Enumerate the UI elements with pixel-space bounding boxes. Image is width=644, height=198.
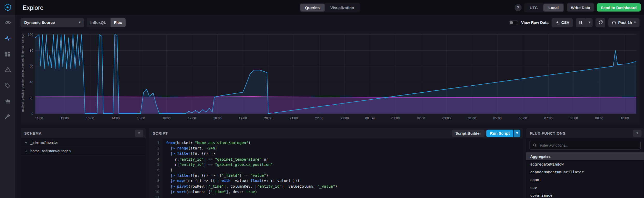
chevron-down-icon: ▾: [634, 21, 636, 24]
nav-item-log-viewer[interactable]: [0, 77, 15, 93]
chevron-down-icon: ▾: [636, 131, 638, 135]
code-line: ): [166, 168, 523, 173]
dashboards-grid-icon: [4, 51, 11, 57]
timezone-local-button[interactable]: Local: [543, 3, 563, 11]
chart-panel: 11:0012:0013:0014:0015:0016:0017:0018:00…: [20, 31, 639, 125]
schema-panel-header: SCHEMA ▾: [20, 128, 146, 138]
script-builder-button[interactable]: Script Builder: [452, 129, 485, 137]
line-number: 6: [149, 168, 159, 173]
influxql-button[interactable]: InfluxQL: [87, 18, 110, 27]
svg-text:10:00: 10:00: [621, 117, 629, 120]
flux-functions-panel: FLUX FUNCTIONS ▾ AggregatesaggregateWind…: [526, 128, 644, 198]
svg-text:60: 60: [30, 65, 33, 68]
line-number: 4: [149, 157, 159, 162]
run-script-dropdown-button[interactable]: ▾: [514, 129, 520, 137]
pulse-icon: [4, 35, 11, 42]
code-line: |> pivot(rowKey:["_time"], columnKey: ["…: [166, 184, 523, 189]
send-to-dashboard-button[interactable]: Send to Dashboard: [597, 3, 641, 12]
flux-functions-collapse-button[interactable]: ▾: [633, 129, 641, 137]
svg-text:22:00: 22:00: [315, 117, 323, 120]
flux-function-item[interactable]: chandeMomentumOscillator: [526, 168, 644, 176]
tab-visualization[interactable]: Visualization: [325, 3, 359, 11]
nav-item-host-list[interactable]: [0, 15, 15, 30]
view-raw-data-label: View Raw Data: [521, 20, 549, 25]
nav-item-configuration[interactable]: [0, 109, 15, 124]
nav-item-dashboards[interactable]: [0, 46, 15, 62]
nav-item-admin[interactable]: [0, 93, 15, 109]
nav-item-alerts[interactable]: [0, 62, 15, 77]
editor-code: from(bucket: "home_assistant/autogen") |…: [162, 138, 523, 198]
download-csv-button[interactable]: CSV: [551, 18, 573, 27]
eye-icon: [4, 19, 11, 26]
chevron-down-icon: ▾: [516, 132, 518, 135]
script-actions: Script Builder Run Script ▾: [452, 129, 520, 137]
svg-text:07:00: 07:00: [544, 117, 553, 120]
toggle-knob: [509, 21, 513, 24]
svg-text:17:00: 17:00: [188, 117, 196, 120]
chart-canvas[interactable]: 11:0012:0013:0014:0015:0016:0017:0018:00…: [20, 31, 639, 125]
main-area: Explore Queries Visualization ? UTC Loca…: [15, 0, 644, 198]
flux-functions-search-input[interactable]: [539, 143, 638, 148]
pause-icon: [579, 21, 582, 24]
line-number: 3: [149, 151, 159, 157]
svg-text:20:00: 20:00: [264, 117, 272, 120]
svg-text:11:00: 11:00: [35, 117, 43, 120]
line-number: 9: [149, 184, 159, 189]
schema-tree-item[interactable]: +home_assistant/autogen: [20, 147, 146, 155]
tab-queries[interactable]: Queries: [300, 3, 324, 11]
chevron-down-icon: ▾: [79, 21, 80, 24]
editor-gutter: 1234567891011: [149, 138, 162, 198]
view-raw-data-toggle[interactable]: [509, 20, 518, 25]
influxdb-logo-icon: [3, 3, 12, 12]
page-header: Explore Queries Visualization ? UTC Loca…: [15, 0, 644, 15]
svg-text:80: 80: [30, 49, 33, 52]
clock-icon: [612, 21, 616, 25]
influxdb-logo[interactable]: [0, 0, 15, 15]
time-range-dropdown[interactable]: Past 1h ▾: [608, 18, 639, 27]
schema-collapse-button[interactable]: ▾: [135, 129, 143, 137]
flux-function-item[interactable]: Aggregates: [526, 152, 644, 160]
svg-text:15:00: 15:00: [137, 117, 145, 120]
refresh-button[interactable]: [596, 18, 605, 27]
svg-text:02:00: 02:00: [417, 117, 425, 120]
flux-function-item[interactable]: count: [526, 176, 644, 183]
view-mode-toggle: Queries Visualization: [299, 3, 360, 12]
pause-dropdown-button[interactable]: ▾: [586, 18, 593, 27]
code-line: |> sort(columns: ["_time"], desc: true): [166, 189, 523, 195]
pause-button[interactable]: [576, 18, 586, 27]
script-panel-header: SCRIPT Script Builder Run Script ▾: [149, 128, 523, 138]
line-number: 1: [149, 140, 159, 146]
line-number: 7: [149, 173, 159, 179]
query-language-toggle: InfluxQL Flux: [87, 18, 126, 27]
write-data-button[interactable]: Write Data: [567, 3, 594, 12]
csv-label: CSV: [561, 20, 569, 25]
timezone-utc-button[interactable]: UTC: [525, 3, 543, 11]
header-actions: ? UTC Local Write Data Send to Dashboard: [514, 3, 641, 12]
page-title: Explore: [23, 4, 44, 11]
nav-item-data-explorer[interactable]: [0, 30, 15, 46]
code-line: r["entity_id"] == "gabinet_glowica_posit…: [166, 162, 523, 168]
schema-tree-item[interactable]: +_internal/monitor: [20, 138, 146, 147]
flux-function-item[interactable]: aggregateWindow: [526, 160, 644, 168]
source-selector-dropdown[interactable]: Dynamic Source ▾: [20, 18, 84, 27]
flux-search-box: [529, 141, 641, 150]
svg-text:14:00: 14:00: [111, 117, 120, 120]
timezone-toggle: UTC Local: [524, 3, 564, 12]
download-icon: [555, 21, 559, 25]
schema-item-label: home_assistant/autogen: [30, 149, 70, 153]
help-button[interactable]: ?: [514, 4, 521, 11]
code-line: |> filter(fn: (r) =>: [166, 151, 523, 157]
flux-button[interactable]: Flux: [110, 18, 126, 27]
code-line: |> filter(fn: (r) => r["_field"] == "val…: [166, 173, 523, 179]
schema-list: +_internal/monitor+home_assistant/autoge…: [20, 138, 146, 156]
svg-text:12:00: 12:00: [60, 117, 69, 120]
script-panel: SCRIPT Script Builder Run Script ▾ 12345…: [149, 128, 523, 198]
svg-text:08:00: 08:00: [570, 117, 578, 120]
svg-text:18:00: 18:00: [213, 117, 222, 120]
search-icon: [533, 143, 537, 147]
flux-function-item[interactable]: covariance: [526, 192, 644, 198]
flux-function-item[interactable]: cov: [526, 183, 644, 191]
svg-text:13:00: 13:00: [86, 117, 94, 120]
run-script-button[interactable]: Run Script: [486, 129, 513, 137]
flux-script-editor[interactable]: 1234567891011 from(bucket: "home_assista…: [149, 138, 523, 198]
